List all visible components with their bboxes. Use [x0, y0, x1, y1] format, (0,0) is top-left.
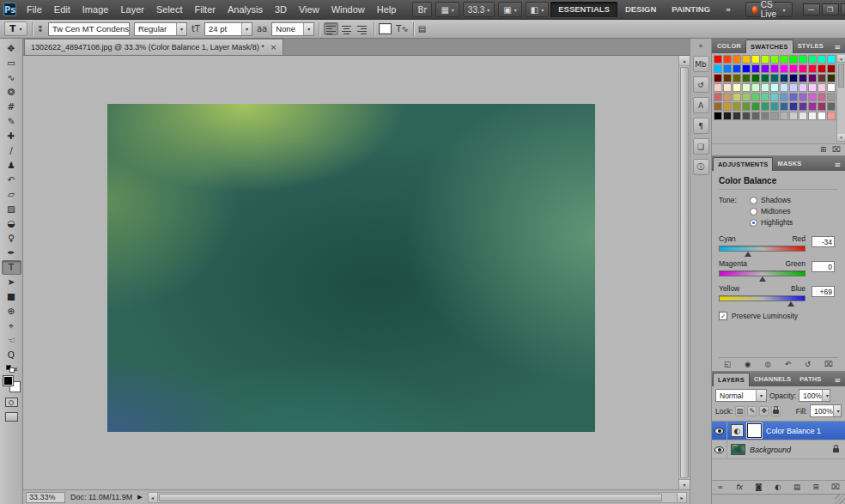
swatch-63[interactable]	[818, 93, 826, 101]
swatch-61[interactable]	[799, 93, 807, 101]
text-orientation-icon[interactable]: ↕	[37, 24, 44, 33]
delete-adjustment-icon[interactable]: ⌧	[824, 361, 833, 368]
swatch-34[interactable]	[789, 74, 798, 82]
swatch-90[interactable]	[827, 112, 836, 120]
tool-preset-picker[interactable]: T ▾	[4, 21, 27, 36]
scroll-down-arrow[interactable]: ▾	[837, 134, 845, 142]
status-menu-arrow[interactable]: ▶	[137, 494, 142, 501]
swatches-scroll-thumb[interactable]	[838, 64, 844, 88]
slider-value-cyan-red[interactable]: -34	[812, 236, 835, 247]
swatch-70[interactable]	[761, 102, 769, 111]
swatch-33[interactable]	[780, 74, 788, 82]
chevron-down-icon[interactable]: ▾	[241, 23, 252, 35]
swatch-85[interactable]	[780, 112, 788, 120]
cs-live-button[interactable]: CS Live ▾	[745, 2, 792, 17]
brush-tool[interactable]: ∕	[2, 143, 21, 158]
layer-row-background[interactable]: Background	[712, 440, 845, 459]
foreground-color-well[interactable]	[3, 375, 14, 386]
panel-menu-icon[interactable]: ≡	[834, 376, 845, 386]
workspace-painting[interactable]: PAINTING	[664, 2, 718, 17]
chevron-down-icon[interactable]: ▾	[822, 390, 830, 401]
lock-position-icon[interactable]: ✥	[759, 406, 769, 416]
swatch-4[interactable]	[751, 55, 760, 64]
marquee-tool[interactable]: ▭	[2, 56, 21, 70]
font-size-select[interactable]: 24 pt ▾	[204, 22, 252, 36]
expand-panels-icon[interactable]: «	[699, 42, 703, 50]
tone-option-shadows[interactable]: Shadows	[750, 196, 793, 204]
swatch-69[interactable]	[751, 102, 760, 111]
swatch-57[interactable]	[761, 93, 769, 101]
font-family-select[interactable]: Tw Cen MT Condens... ▾	[48, 22, 130, 36]
swatch-64[interactable]	[827, 93, 836, 101]
swatch-42[interactable]	[742, 83, 751, 92]
swatch-26[interactable]	[714, 74, 722, 82]
align-right-button[interactable]	[355, 22, 369, 35]
swatch-75[interactable]	[808, 102, 817, 111]
blend-mode-select[interactable]: Normal ▾	[715, 389, 767, 402]
adjustment-layer-thumbnail[interactable]: ◐	[731, 424, 744, 437]
menu-window[interactable]: Window	[325, 0, 371, 19]
tab-adjustments[interactable]: ADJUSTMENTS	[713, 157, 773, 171]
swatch-17[interactable]	[751, 64, 760, 73]
clone-source-panel-icon[interactable]: ❏	[693, 138, 709, 155]
swatch-58[interactable]	[770, 93, 779, 101]
swatch-66[interactable]	[723, 102, 732, 111]
swatch-44[interactable]	[761, 83, 769, 92]
swatch-11[interactable]	[818, 55, 826, 64]
restore-button[interactable]: ❐	[822, 3, 839, 15]
swatch-87[interactable]	[799, 112, 807, 120]
layer-name[interactable]: Background	[750, 446, 791, 454]
chevron-down-icon[interactable]: ▾	[756, 390, 766, 401]
slider-value-magenta-green[interactable]: 0	[812, 261, 835, 272]
swatch-46[interactable]	[780, 83, 788, 92]
swatch-43[interactable]	[751, 83, 760, 92]
swatch-56[interactable]	[751, 93, 760, 101]
return-to-adjustment-list-icon[interactable]: ◱	[724, 361, 731, 368]
chevron-down-icon[interactable]: ▾	[303, 23, 313, 35]
swatch-88[interactable]	[808, 112, 817, 120]
lock-transparency-icon[interactable]: ▨	[735, 406, 745, 416]
tab-color[interactable]: COLOR	[713, 39, 745, 53]
type-tool[interactable]: T	[2, 260, 21, 275]
pen-tool[interactable]: ✒	[2, 246, 21, 260]
menu-3d[interactable]: 3D	[269, 0, 293, 19]
swatch-19[interactable]	[770, 64, 779, 73]
tab-masks[interactable]: MASKS	[773, 157, 805, 171]
delete-swatch-icon[interactable]: ⌧	[832, 146, 841, 154]
view-extras-button[interactable]: ▦ ▾	[435, 2, 459, 17]
3d-camera-tool[interactable]: ⌖	[2, 319, 21, 333]
swatch-12[interactable]	[827, 55, 836, 64]
swatch-40[interactable]	[723, 83, 732, 92]
swatch-2[interactable]	[733, 55, 741, 64]
swatch-3[interactable]	[742, 55, 751, 64]
align-center-button[interactable]	[339, 22, 354, 35]
swatch-39[interactable]	[714, 83, 722, 92]
workspace-essentials[interactable]: ESSENTIALS	[550, 2, 617, 17]
vertical-scrollbar[interactable]: ▴ ▾	[678, 56, 690, 489]
close-button[interactable]: ✕	[841, 3, 845, 15]
scroll-up-arrow[interactable]: ▴	[679, 56, 690, 66]
swatch-1[interactable]	[723, 55, 732, 64]
swatch-52[interactable]	[714, 93, 722, 101]
crop-tool[interactable]: #	[2, 100, 21, 114]
arrange-documents-button[interactable]: ▣ ▾	[498, 2, 521, 17]
slider-thumb-yellow-blue[interactable]	[787, 301, 794, 307]
lock-all-icon[interactable]	[771, 406, 781, 416]
swatch-68[interactable]	[742, 102, 751, 111]
path-selection-tool[interactable]: ➤	[2, 275, 21, 289]
swatch-36[interactable]	[808, 74, 817, 82]
swatch-31[interactable]	[761, 74, 769, 82]
scroll-left-arrow[interactable]: ◂	[148, 492, 158, 503]
menu-view[interactable]: View	[293, 0, 325, 19]
swatch-89[interactable]	[818, 112, 826, 120]
quick-mask-button[interactable]	[5, 398, 18, 407]
eraser-tool[interactable]: ▱	[2, 187, 21, 202]
vertical-scroll-thumb[interactable]	[680, 67, 689, 478]
swatch-84[interactable]	[770, 112, 779, 120]
swatch-28[interactable]	[733, 74, 741, 82]
swatch-32[interactable]	[770, 74, 779, 82]
shape-tool[interactable]: ■	[2, 289, 21, 304]
swatch-38[interactable]	[827, 74, 836, 82]
visibility-toggle[interactable]	[712, 422, 727, 440]
move-tool[interactable]: ✥	[2, 41, 21, 56]
